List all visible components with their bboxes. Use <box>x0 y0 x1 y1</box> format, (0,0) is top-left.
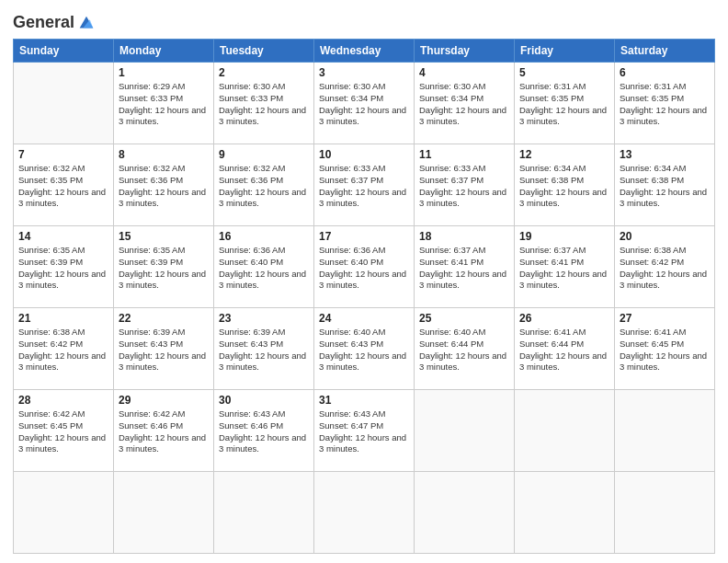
table-row: 24Sunrise: 6:40 AMSunset: 6:43 PMDayligh… <box>314 308 415 390</box>
table-row: 7Sunrise: 6:32 AMSunset: 6:35 PMDaylight… <box>14 144 114 226</box>
day-number: 5 <box>519 66 609 79</box>
day-number: 19 <box>519 230 609 243</box>
table-row: 21Sunrise: 6:38 AMSunset: 6:42 PMDayligh… <box>14 308 114 390</box>
table-row <box>415 390 515 472</box>
table-row <box>615 472 715 554</box>
day-info: Sunrise: 6:34 AMSunset: 6:38 PMDaylight:… <box>519 163 607 208</box>
day-info: Sunrise: 6:37 AMSunset: 6:41 PMDaylight:… <box>519 245 607 290</box>
calendar-week-2: 7Sunrise: 6:32 AMSunset: 6:35 PMDaylight… <box>14 144 715 226</box>
day-info: Sunrise: 6:32 AMSunset: 6:36 PMDaylight:… <box>219 163 306 208</box>
day-info: Sunrise: 6:33 AMSunset: 6:37 PMDaylight:… <box>419 163 506 208</box>
day-info: Sunrise: 6:29 AMSunset: 6:33 PMDaylight:… <box>119 81 206 126</box>
table-row: 10Sunrise: 6:33 AMSunset: 6:37 PMDayligh… <box>314 144 415 226</box>
day-number: 23 <box>219 312 309 325</box>
day-info: Sunrise: 6:34 AMSunset: 6:38 PMDaylight:… <box>620 163 707 208</box>
table-row <box>515 390 615 472</box>
day-info: Sunrise: 6:41 AMSunset: 6:45 PMDaylight:… <box>620 327 707 372</box>
day-info: Sunrise: 6:42 AMSunset: 6:46 PMDaylight:… <box>119 408 206 454</box>
table-row <box>114 472 214 554</box>
day-number: 7 <box>18 148 108 161</box>
day-info: Sunrise: 6:30 AMSunset: 6:33 PMDaylight:… <box>219 81 306 126</box>
table-row <box>515 472 615 554</box>
table-row <box>615 390 715 472</box>
day-number: 29 <box>119 394 209 407</box>
day-info: Sunrise: 6:40 AMSunset: 6:43 PMDaylight:… <box>319 327 406 372</box>
table-row <box>214 472 314 554</box>
table-row: 30Sunrise: 6:43 AMSunset: 6:46 PMDayligh… <box>214 390 314 472</box>
table-row: 27Sunrise: 6:41 AMSunset: 6:45 PMDayligh… <box>615 308 715 390</box>
table-row: 1Sunrise: 6:29 AMSunset: 6:33 PMDaylight… <box>114 63 214 144</box>
day-info: Sunrise: 6:30 AMSunset: 6:34 PMDaylight:… <box>319 81 406 126</box>
table-row: 11Sunrise: 6:33 AMSunset: 6:37 PMDayligh… <box>415 144 515 226</box>
day-info: Sunrise: 6:31 AMSunset: 6:35 PMDaylight:… <box>519 81 607 126</box>
table-row: 2Sunrise: 6:30 AMSunset: 6:33 PMDaylight… <box>214 63 314 144</box>
day-number: 25 <box>419 312 509 325</box>
day-info: Sunrise: 6:38 AMSunset: 6:42 PMDaylight:… <box>18 327 106 372</box>
day-number: 14 <box>18 230 108 243</box>
weekday-header-wednesday: Wednesday <box>314 40 415 63</box>
day-number: 26 <box>519 312 609 325</box>
table-row: 9Sunrise: 6:32 AMSunset: 6:36 PMDaylight… <box>214 144 314 226</box>
day-info: Sunrise: 6:37 AMSunset: 6:41 PMDaylight:… <box>419 245 506 290</box>
day-number: 15 <box>119 230 209 243</box>
day-info: Sunrise: 6:40 AMSunset: 6:44 PMDaylight:… <box>419 327 506 372</box>
day-info: Sunrise: 6:31 AMSunset: 6:35 PMDaylight:… <box>620 81 707 126</box>
day-number: 2 <box>219 66 309 79</box>
calendar: SundayMondayTuesdayWednesdayThursdayFrid… <box>13 39 715 554</box>
logo: General <box>13 13 97 33</box>
calendar-week-4: 21Sunrise: 6:38 AMSunset: 6:42 PMDayligh… <box>14 308 715 390</box>
table-row <box>415 472 515 554</box>
day-number: 21 <box>18 312 108 325</box>
day-info: Sunrise: 6:42 AMSunset: 6:45 PMDaylight:… <box>18 408 106 454</box>
day-number: 12 <box>519 148 609 161</box>
logo-general-text: General <box>13 14 74 32</box>
day-info: Sunrise: 6:33 AMSunset: 6:37 PMDaylight:… <box>319 163 406 208</box>
weekday-header-row: SundayMondayTuesdayWednesdayThursdayFrid… <box>14 40 715 63</box>
day-number: 20 <box>620 230 710 243</box>
day-number: 3 <box>319 66 409 79</box>
weekday-header-sunday: Sunday <box>14 40 114 63</box>
day-number: 4 <box>419 66 509 79</box>
weekday-header-monday: Monday <box>114 40 214 63</box>
weekday-header-friday: Friday <box>515 40 615 63</box>
table-row <box>14 472 114 554</box>
table-row <box>14 63 114 144</box>
day-number: 30 <box>219 394 309 407</box>
day-number: 13 <box>620 148 710 161</box>
table-row: 22Sunrise: 6:39 AMSunset: 6:43 PMDayligh… <box>114 308 214 390</box>
day-info: Sunrise: 6:35 AMSunset: 6:39 PMDaylight:… <box>119 245 206 290</box>
table-row: 12Sunrise: 6:34 AMSunset: 6:38 PMDayligh… <box>515 144 615 226</box>
calendar-week-6 <box>14 472 715 554</box>
table-row: 14Sunrise: 6:35 AMSunset: 6:39 PMDayligh… <box>14 226 114 308</box>
day-number: 9 <box>219 148 309 161</box>
table-row: 23Sunrise: 6:39 AMSunset: 6:43 PMDayligh… <box>214 308 314 390</box>
day-number: 24 <box>319 312 409 325</box>
table-row: 31Sunrise: 6:43 AMSunset: 6:47 PMDayligh… <box>314 390 415 472</box>
day-info: Sunrise: 6:32 AMSunset: 6:35 PMDaylight:… <box>18 163 106 208</box>
table-row: 5Sunrise: 6:31 AMSunset: 6:35 PMDaylight… <box>515 63 615 144</box>
day-info: Sunrise: 6:36 AMSunset: 6:40 PMDaylight:… <box>219 245 306 290</box>
table-row: 29Sunrise: 6:42 AMSunset: 6:46 PMDayligh… <box>114 390 214 472</box>
table-row: 8Sunrise: 6:32 AMSunset: 6:36 PMDaylight… <box>114 144 214 226</box>
header: General <box>13 9 715 33</box>
day-info: Sunrise: 6:43 AMSunset: 6:46 PMDaylight:… <box>219 408 306 454</box>
weekday-header-tuesday: Tuesday <box>214 40 314 63</box>
page: General SundayMondayTuesdayWednesdayThur… <box>0 0 728 563</box>
day-info: Sunrise: 6:35 AMSunset: 6:39 PMDaylight:… <box>18 245 106 290</box>
table-row: 3Sunrise: 6:30 AMSunset: 6:34 PMDaylight… <box>314 63 415 144</box>
day-info: Sunrise: 6:39 AMSunset: 6:43 PMDaylight:… <box>219 327 306 372</box>
day-number: 8 <box>119 148 209 161</box>
day-info: Sunrise: 6:41 AMSunset: 6:44 PMDaylight:… <box>519 327 607 372</box>
day-info: Sunrise: 6:39 AMSunset: 6:43 PMDaylight:… <box>119 327 206 372</box>
table-row: 15Sunrise: 6:35 AMSunset: 6:39 PMDayligh… <box>114 226 214 308</box>
table-row: 4Sunrise: 6:30 AMSunset: 6:34 PMDaylight… <box>415 63 515 144</box>
table-row: 13Sunrise: 6:34 AMSunset: 6:38 PMDayligh… <box>615 144 715 226</box>
day-info: Sunrise: 6:43 AMSunset: 6:47 PMDaylight:… <box>319 408 406 454</box>
table-row: 28Sunrise: 6:42 AMSunset: 6:45 PMDayligh… <box>14 390 114 472</box>
day-info: Sunrise: 6:30 AMSunset: 6:34 PMDaylight:… <box>419 81 506 126</box>
weekday-header-thursday: Thursday <box>415 40 515 63</box>
day-number: 27 <box>620 312 710 325</box>
table-row: 25Sunrise: 6:40 AMSunset: 6:44 PMDayligh… <box>415 308 515 390</box>
table-row: 16Sunrise: 6:36 AMSunset: 6:40 PMDayligh… <box>214 226 314 308</box>
day-number: 17 <box>319 230 409 243</box>
